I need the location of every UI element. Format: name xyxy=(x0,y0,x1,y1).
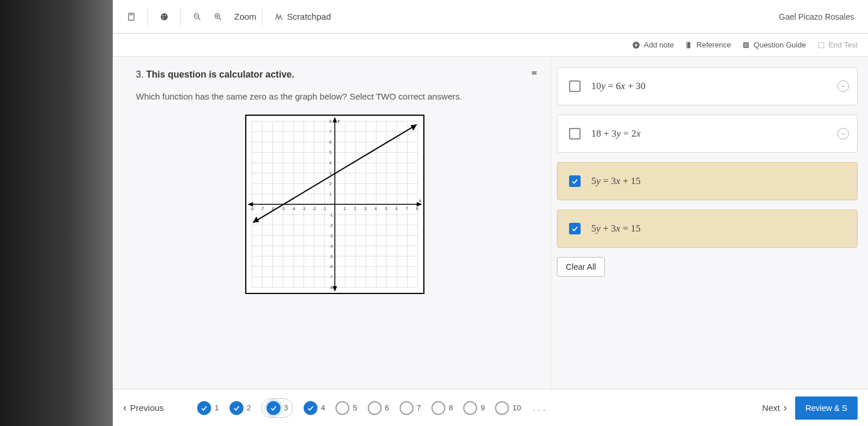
question-nav-8[interactable]: 8 xyxy=(431,401,453,415)
svg-text:-7: -7 xyxy=(260,206,264,210)
scratchpad-button[interactable]: Scratchpad xyxy=(268,8,337,25)
bottom-nav: ‹ Previous 12345678910 . . . Next › Revi… xyxy=(113,389,868,426)
svg-text:7: 7 xyxy=(329,130,331,134)
svg-text:-8: -8 xyxy=(329,285,333,289)
question-nav-10[interactable]: 10 xyxy=(495,401,520,415)
svg-point-8 xyxy=(162,17,164,19)
question-nav-7[interactable]: 7 xyxy=(400,401,421,415)
answer-equation: 5y + 3x = 15 xyxy=(591,223,640,234)
eliminate-icon[interactable]: − xyxy=(837,128,849,139)
svg-text:-3: -3 xyxy=(302,206,305,210)
svg-text:5: 5 xyxy=(385,206,387,210)
question-nav-9[interactable]: 9 xyxy=(463,401,485,415)
svg-text:-2: -2 xyxy=(329,223,333,227)
svg-point-6 xyxy=(162,15,164,16)
question-nav-2[interactable]: 2 xyxy=(230,401,251,415)
answer-option-3[interactable]: 5y = 3x + 15 xyxy=(557,162,858,200)
svg-text:-5: -5 xyxy=(281,206,285,210)
svg-rect-20 xyxy=(745,43,746,45)
question-pane: 3. This question is calculator active. W… xyxy=(113,57,551,389)
svg-point-7 xyxy=(165,15,166,16)
check-icon xyxy=(267,401,280,415)
answer-option-4[interactable]: 5y + 3x = 15 xyxy=(557,210,858,248)
question-guide-button[interactable]: Question Guide xyxy=(741,41,806,50)
svg-text:-6: -6 xyxy=(271,206,274,210)
question-nav-3[interactable]: 3 xyxy=(261,398,293,418)
flag-icon[interactable] xyxy=(530,69,540,82)
svg-text:1: 1 xyxy=(343,206,346,210)
answer-equation: 5y = 3x + 15 xyxy=(591,175,640,187)
svg-text:y: y xyxy=(338,117,341,123)
svg-rect-23 xyxy=(747,45,748,46)
svg-marker-62 xyxy=(333,286,337,292)
add-note-button[interactable]: Add note xyxy=(631,41,674,50)
svg-text:5: 5 xyxy=(329,150,331,155)
question-nav-1[interactable]: 1 xyxy=(197,401,219,415)
svg-line-10 xyxy=(198,18,200,20)
svg-text:-1: -1 xyxy=(329,213,333,217)
reference-button[interactable]: Reference xyxy=(684,41,731,50)
more-questions-icon[interactable]: . . . xyxy=(529,403,549,413)
svg-rect-21 xyxy=(747,43,748,45)
zoom-in-icon[interactable] xyxy=(213,9,228,25)
svg-rect-24 xyxy=(818,42,823,47)
zoom-label: Zoom xyxy=(234,12,256,21)
checkbox-icon[interactable] xyxy=(569,223,581,234)
circle-icon xyxy=(463,401,477,415)
svg-text:-5: -5 xyxy=(329,254,333,258)
svg-text:x: x xyxy=(419,197,422,203)
circle-icon xyxy=(431,401,445,415)
check-icon xyxy=(197,401,211,415)
svg-text:6: 6 xyxy=(329,140,331,144)
answer-equation: 10y = 6x + 30 xyxy=(591,80,645,92)
svg-text:3: 3 xyxy=(329,171,331,175)
svg-text:3: 3 xyxy=(364,206,367,210)
answers-pane: 10y = 6x + 30−18 + 3y = 2x−5y = 3x + 155… xyxy=(551,57,868,389)
previous-button[interactable]: ‹ Previous xyxy=(123,402,164,414)
calculator-icon[interactable] xyxy=(121,9,142,25)
zoom-out-icon[interactable] xyxy=(187,9,208,25)
svg-rect-19 xyxy=(744,42,749,47)
scratchpad-label: Scratchpad xyxy=(287,12,331,21)
checkbox-icon[interactable] xyxy=(569,128,581,139)
svg-line-13 xyxy=(219,18,221,20)
svg-text:8: 8 xyxy=(416,206,418,210)
question-prompt: Which function has the same zero as the … xyxy=(136,90,533,103)
svg-text:-4: -4 xyxy=(291,206,295,210)
svg-text:-3: -3 xyxy=(329,233,333,237)
svg-text:-2: -2 xyxy=(312,206,316,210)
next-button[interactable]: Next › xyxy=(762,402,787,414)
svg-text:-6: -6 xyxy=(329,265,333,269)
svg-text:-1: -1 xyxy=(323,206,326,210)
question-status: This question is calculator active. xyxy=(146,69,294,79)
circle-icon xyxy=(368,401,382,415)
svg-text:7: 7 xyxy=(405,206,408,210)
question-nav-5[interactable]: 5 xyxy=(335,401,357,415)
answer-option-1[interactable]: 10y = 6x + 30− xyxy=(557,67,858,105)
circle-icon xyxy=(495,401,509,415)
answer-equation: 18 + 3y = 2x xyxy=(591,128,640,139)
svg-text:-7: -7 xyxy=(329,275,333,279)
eliminate-icon[interactable]: − xyxy=(837,80,849,92)
question-nav-4[interactable]: 4 xyxy=(304,401,325,415)
svg-text:-8: -8 xyxy=(250,206,253,210)
checkbox-icon[interactable] xyxy=(569,175,581,187)
svg-marker-61 xyxy=(333,117,337,123)
palette-icon[interactable] xyxy=(154,9,175,25)
user-name: Gael Picazo Rosales xyxy=(779,12,860,21)
svg-rect-0 xyxy=(128,13,134,20)
review-submit-button[interactable]: Review & S xyxy=(795,396,858,420)
svg-text:6: 6 xyxy=(395,206,397,210)
check-icon xyxy=(304,401,317,415)
clear-all-button[interactable]: Clear All xyxy=(557,257,604,277)
circle-icon xyxy=(335,401,349,415)
svg-text:2: 2 xyxy=(354,206,356,210)
question-nav-6[interactable]: 6 xyxy=(368,401,389,415)
answer-option-2[interactable]: 18 + 3y = 2x− xyxy=(557,115,858,153)
circle-icon xyxy=(400,401,413,415)
action-row: Add note Reference Question Guide End Te… xyxy=(113,34,868,57)
svg-text:8: 8 xyxy=(329,119,331,123)
question-header: 3. This question is calculator active. xyxy=(136,69,533,80)
end-test-button[interactable]: End Test xyxy=(817,41,858,50)
checkbox-icon[interactable] xyxy=(569,80,581,92)
